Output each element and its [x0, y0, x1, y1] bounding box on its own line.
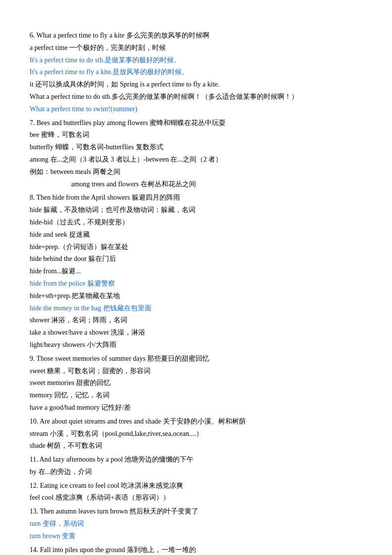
line: It's a perfect time to do sth.是做某事的极好的时候…: [30, 54, 362, 66]
line: light/heavy showers 小/大阵雨: [30, 339, 362, 351]
line: memory 回忆，记忆，名词: [30, 389, 362, 401]
section-7: 7. Bees and butterflies play among flowe…: [30, 117, 362, 190]
line: by 在...的旁边，介词: [30, 466, 362, 478]
line: turn 变得，系动词: [30, 518, 362, 530]
line: What a perfect time to swim!(summer): [30, 103, 362, 115]
line: 12. Eating ice cream to feel cool 吃冰淇淋来感…: [30, 480, 362, 492]
line: hide 躲藏，不及物动词；也可作及物动词：躲藏，名词: [30, 204, 362, 216]
line: turn brown 变黄: [30, 530, 362, 542]
line: feel cool 感觉凉爽（系动词+表语（形容词））: [30, 492, 362, 504]
line: 10. Are about quiet streams and trees an…: [30, 416, 362, 427]
line: stream 小溪，可数名词（pool,pond,lake,river,sea,…: [30, 428, 362, 440]
section-14: 14. Fall into piles upon the ground 落到地上…: [30, 544, 362, 555]
line: 14. Fall into piles upon the ground 落到地上…: [30, 544, 362, 555]
main-content: 6. What a perfect time to fly a kite 多么完…: [30, 30, 362, 555]
line: 11. And lazy afternoons by a pool 池塘旁边的慵…: [30, 454, 362, 466]
section-6: 6. What a perfect time to fly a kite 多么完…: [30, 30, 362, 115]
line: bee 蜜蜂，可数名词: [30, 129, 362, 141]
line: hide+sth+prep.把某物藏在某地: [30, 290, 362, 302]
line: hide from the police 躲避警察: [30, 278, 362, 290]
line: among trees and flowers 在树丛和花丛之间: [30, 178, 362, 190]
line: What a perfect time to do sth.多么完美的做某事的时…: [30, 91, 362, 103]
line: 6. What a perfect time to fly a kite 多么完…: [30, 30, 362, 42]
line: hide the money in the bag 把钱藏在包里面: [30, 302, 362, 314]
line: among 在...之间（3 者以及 3 者以上）-between 在...之间…: [30, 154, 362, 166]
line: 例如：between meals 两餐之间: [30, 166, 362, 178]
line: 8. Then hide from the April showers 躲避四月…: [30, 192, 362, 204]
line: 9. Those sweet memories of summer days 那…: [30, 353, 362, 365]
line: 13. Then autumn leaves turn brown 然后秋天的叶…: [30, 506, 362, 517]
line: shower 淋浴，名词；阵雨，名词: [30, 314, 362, 326]
line: hide behind the door 躲在门后: [30, 253, 362, 265]
line: 7. Bees and butterflies play among flowe…: [30, 117, 362, 129]
line: a perfect time 一个极好的，完美的时刻，时候: [30, 42, 362, 54]
line: shade 树荫，不可数名词: [30, 440, 362, 452]
line: hide from...躲避...: [30, 265, 362, 277]
line: hide+prep.（介词短语）躲在某处: [30, 241, 362, 253]
line: sweet 糖果，可数名词；甜蜜的，形容词: [30, 365, 362, 377]
line: hide-hid（过去式，不规则变形）: [30, 216, 362, 228]
section-9: 9. Those sweet memories of summer days 那…: [30, 353, 362, 414]
line: It's a perfect time to fly a kite.是放风筝的极…: [30, 66, 362, 78]
line: sweet memories 甜蜜的回忆: [30, 377, 362, 389]
section-8: 8. Then hide from the April showers 躲避四月…: [30, 192, 362, 350]
line: butterfly 蝴蝶，可数名词-butterflies 复数形式: [30, 141, 362, 153]
section-13: 13. Then autumn leaves turn brown 然后秋天的叶…: [30, 506, 362, 542]
line: take a shower/have a shower 洗澡，淋浴: [30, 327, 362, 339]
section-11: 11. And lazy afternoons by a pool 池塘旁边的慵…: [30, 454, 362, 478]
section-12: 12. Eating ice cream to feel cool 吃冰淇淋来感…: [30, 480, 362, 504]
line: it 还可以换成具体的时间，如 Spring is a perfect time…: [30, 79, 362, 90]
line: have a good/bad memory 记性好/差: [30, 402, 362, 414]
section-10: 10. Are about quiet streams and trees an…: [30, 416, 362, 452]
line: hide and seek 捉迷藏: [30, 229, 362, 241]
